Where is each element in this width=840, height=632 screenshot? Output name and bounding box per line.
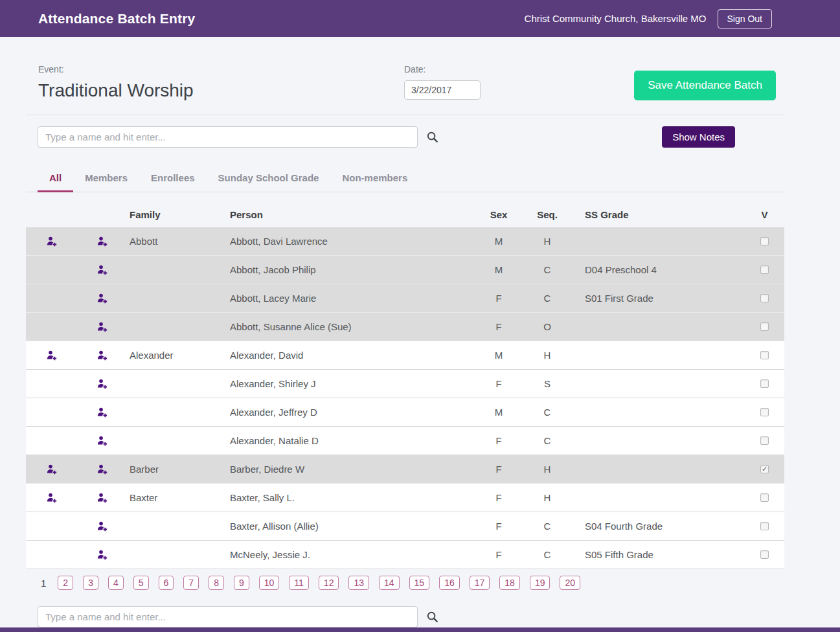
attendance-checkbox[interactable] [760,522,769,530]
add-person-icon[interactable] [97,379,108,389]
ss-grade-cell: S05 Fifth Grade [573,549,745,560]
page-button-7[interactable]: 7 [183,576,199,590]
tab-sunday-school-grade[interactable]: Sunday School Grade [207,166,331,192]
add-person-icon[interactable] [97,464,108,475]
attendance-checkbox[interactable] [760,379,769,388]
page-button-2[interactable]: 2 [58,576,73,590]
search-section: Show Notes [26,126,784,148]
page-button-11[interactable]: 11 [289,576,309,590]
person-cell: Abbott, Lacey Marie [228,293,476,304]
table-row: Baxter, Allison (Allie)FCS04 Fourth Grad… [26,512,784,541]
page-button-10[interactable]: 10 [259,576,280,590]
attendance-checkbox[interactable] [760,465,769,473]
page-button-8[interactable]: 8 [209,576,224,590]
add-person-icon[interactable] [97,322,108,332]
sex-cell: M [476,236,521,247]
attendance-checkbox[interactable] [760,408,769,416]
family-cell: Abbott [126,236,228,247]
attendance-checkbox[interactable] [760,493,769,502]
table-header-sex: Sex [476,209,521,220]
page-current: 1 [39,576,48,590]
seq-cell: H [521,464,573,475]
ss-grade-cell: S01 First Grade [573,293,745,304]
page-button-5[interactable]: 5 [133,576,149,590]
table-header-row: Family Person Sex Seq. SS Grade V [26,201,784,227]
person-cell: Barber, Diedre W [228,464,476,475]
add-person-icon[interactable] [97,493,108,503]
attendance-checkbox[interactable] [760,436,769,445]
date-label: Date: [404,64,481,74]
person-cell: Abbott, Davi Lawrence [228,236,476,247]
sex-cell: F [476,321,521,332]
person-cell: Alexander, Jeffrey D [228,407,476,418]
page-button-15[interactable]: 15 [409,576,430,590]
page-button-12[interactable]: 12 [319,576,339,590]
tab-members[interactable]: Members [73,166,139,192]
page-button-3[interactable]: 3 [83,576,98,590]
footer-search-input[interactable] [38,606,418,627]
page-button-4[interactable]: 4 [108,576,124,590]
page-button-6[interactable]: 6 [159,576,174,590]
table-row: McNeely, Jessie J.FCS05 Fifth Grade [26,541,784,569]
attendance-checkbox[interactable] [760,294,769,302]
add-person-icon[interactable] [97,407,108,418]
show-notes-button[interactable]: Show Notes [662,126,735,148]
seq-cell: C [521,407,573,418]
page-button-13[interactable]: 13 [348,576,369,590]
sex-cell: F [476,435,521,446]
attendance-checkbox[interactable] [760,237,769,245]
seq-cell: S [521,378,573,389]
attendance-table: Family Person Sex Seq. SS Grade V Abbott… [26,201,784,569]
family-cell: Baxter [126,492,228,503]
date-input[interactable] [404,80,481,100]
page-button-9[interactable]: 9 [234,576,249,590]
add-person-icon[interactable] [97,265,108,275]
add-family-icon[interactable] [47,493,57,503]
table-header-ss-grade: SS Grade [573,209,745,220]
table-row: Alexander, Shirley JFS [26,370,784,398]
page-button-19[interactable]: 19 [530,576,551,590]
add-family-icon[interactable] [47,236,57,247]
page-button-14[interactable]: 14 [379,576,400,590]
header-bar: Attendance Batch Entry Christ Community … [0,0,840,37]
person-cell: Alexander, Natalie D [228,435,476,446]
search-icon[interactable] [426,131,438,143]
add-person-icon[interactable] [97,293,108,304]
attendance-checkbox[interactable] [760,265,769,274]
sex-cell: M [476,407,521,418]
seq-cell: O [521,321,573,332]
tab-enrollees[interactable]: Enrollees [139,166,207,192]
add-person-icon[interactable] [97,436,108,446]
person-cell: Baxter, Allison (Allie) [228,521,476,532]
seq-cell: H [521,492,573,503]
page-button-20[interactable]: 20 [560,576,580,590]
sex-cell: F [476,549,521,560]
save-attendance-batch-button[interactable]: Save Attendance Batch [634,71,776,100]
page-button-16[interactable]: 16 [439,576,460,590]
table-row: Alexander, Jeffrey DMC [26,398,784,427]
footer-search-icon[interactable] [426,611,438,623]
add-family-icon[interactable] [47,350,57,361]
add-family-icon[interactable] [47,464,57,475]
person-cell: Abbott, Susanne Alice (Sue) [228,321,476,332]
name-search-input[interactable] [38,126,418,148]
add-person-icon[interactable] [97,521,108,532]
attendance-checkbox[interactable] [760,322,769,331]
table-header-seq: Seq. [521,209,573,220]
seq-cell: C [521,549,573,560]
sign-out-button[interactable]: Sign Out [718,9,772,28]
add-person-icon[interactable] [97,550,108,560]
seq-cell: H [521,236,573,247]
event-name: Traditional Worship [38,80,404,101]
table-row: Alexander, Natalie DFC [26,427,784,455]
sex-cell: F [476,378,521,389]
attendance-checkbox[interactable] [760,550,769,559]
add-person-icon[interactable] [97,236,108,247]
attendance-checkbox[interactable] [760,351,769,359]
add-person-icon[interactable] [97,350,108,361]
tab-non-members[interactable]: Non-members [330,166,419,192]
tab-all[interactable]: All [38,166,73,192]
pagination: 1234567891011121314151617181920 [39,576,784,590]
page-button-17[interactable]: 17 [470,576,490,590]
page-button-18[interactable]: 18 [499,576,520,590]
